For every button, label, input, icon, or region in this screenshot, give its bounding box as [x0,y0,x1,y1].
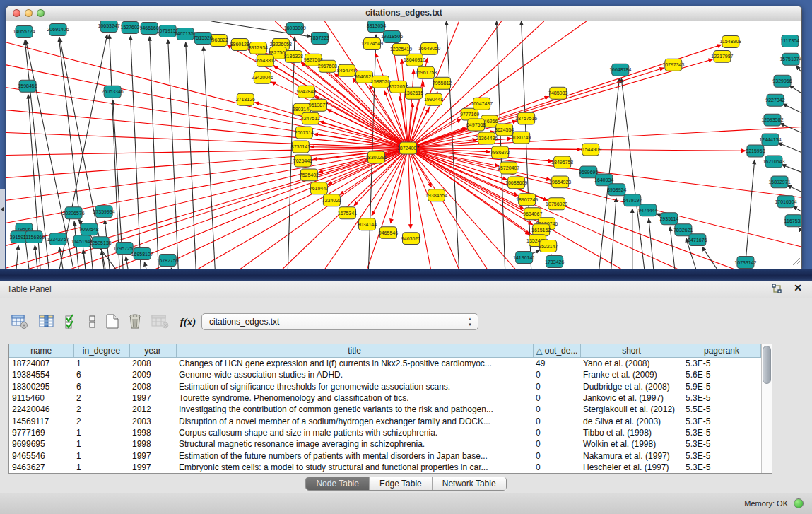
graph-node[interactable]: 6479197 [623,194,642,206]
column-header[interactable]: year [129,344,176,358]
graph-node[interactable]: 10733142 [734,257,756,269]
table-row[interactable]: 911546021997Tourette syndrome. Phenomeno… [9,392,760,404]
table-cell[interactable]: Hescheler et al. (1997) [580,462,683,473]
table-mode-icon[interactable] [10,312,28,332]
table-cell[interactable]: 1 [73,358,129,370]
network-canvas[interactable]: 1872400779638228860128891293423226058982… [6,21,801,269]
delete-columns-icon[interactable] [126,312,144,332]
graph-node[interactable]: 19654923 [549,176,571,188]
table-cell[interactable]: 2 [73,415,129,426]
table-cell[interactable]: 1 [73,427,129,438]
graph-node[interactable]: 16033809 [284,22,306,34]
graph-node[interactable]: 2067314 [295,127,314,139]
table-cell[interactable]: 0 [533,415,580,426]
graph-node[interactable]: 8912934 [249,42,268,54]
graph-node[interactable]: 12325419 [390,43,412,55]
graph-node[interactable]: 1675341 [338,207,357,219]
table-row[interactable]: 1938455462009Genome-wide association stu… [9,369,760,380]
graph-node[interactable]: 18495758 [551,156,573,168]
table-row[interactable]: 977716911998Corpus callosum shape and si… [9,427,760,438]
graph-node[interactable]: 15720407 [498,162,519,174]
graph-node[interactable]: 16649050 [418,42,440,54]
scrollbar-thumb[interactable] [763,346,771,384]
table-cell[interactable]: Wolkin et al. (1998) [580,438,683,450]
graph-node[interactable]: 7986372 [490,146,510,158]
table-cell[interactable]: 18300295 [9,381,73,392]
graph-node[interactable]: 16210643 [763,156,784,168]
table-cell[interactable]: 9463627 [9,462,73,473]
table-cell[interactable]: 5.6E-5 [683,369,760,380]
table-cell[interactable]: 5.3E-5 [683,392,760,404]
graph-node[interactable]: 9465546 [379,227,398,239]
tab-edge-table[interactable]: Edge Table [369,477,432,490]
graph-node[interactable]: 1527602 [121,21,140,33]
graph-node[interactable]: 10653247 [98,21,120,32]
table-cell[interactable]: Tibbo et al. (1998) [580,427,683,438]
graph-node[interactable]: 16961758 [415,66,437,78]
graph-node[interactable]: 12342757 [47,233,69,245]
table-cell[interactable]: 1997 [129,450,176,461]
graph-node[interactable]: 10797343 [662,59,684,71]
table-cell[interactable]: 0 [533,381,580,392]
graph-node[interactable]: 7955812 [433,77,452,89]
table-cell[interactable]: Dudbridge et al. (2008) [580,381,683,392]
table-cell[interactable]: 1 [73,438,129,450]
table-cell[interactable]: 6 [73,381,129,392]
table-cell[interactable]: 0 [533,404,580,415]
graph-node[interactable]: 16047437 [471,98,493,110]
graph-node[interactable]: 1990448 [424,93,443,105]
table-row[interactable]: 1872400712008Changes of HCN gene express… [9,358,760,370]
graph-node[interactable]: 8813054 [367,21,386,32]
table-row[interactable]: 2242004622012Investigating the contribut… [9,404,760,415]
graph-node[interactable]: 7857223 [310,32,329,44]
table-cell[interactable]: Nakamura et al. (1997) [580,450,683,461]
table-cell[interactable]: 2 [73,404,129,415]
graph-node[interactable]: 1615152 [531,224,551,236]
graph-node[interactable]: 1167533 [784,215,801,227]
table-cell[interactable]: Corpus callosum shape and size in male p… [176,427,533,438]
table-cell[interactable]: 9465546 [9,450,73,461]
graph-node[interactable]: 9777169 [460,108,479,120]
table-cell[interactable]: 0 [533,450,580,461]
graph-node[interactable]: 12217987 [711,50,733,62]
graph-node[interactable]: 8860128 [230,38,249,50]
table-scrollbar[interactable] [761,344,772,473]
table-selector-dropdown[interactable]: citations_edges.txt ▲▼ [201,313,478,330]
select-all-columns-icon[interactable] [63,312,81,332]
table-row[interactable]: 969969511998Structural magnetic resonanc… [9,438,760,450]
memory-status-indicator[interactable] [794,498,804,508]
table-cell[interactable]: 5.5E-5 [683,404,760,415]
table-cell[interactable]: Yano et al. (2008) [580,358,683,370]
graph-node[interactable]: 2522147 [539,240,558,252]
table-cell[interactable]: 6 [73,369,129,380]
table-cell[interactable]: 2009 [129,369,176,380]
column-header[interactable]: short [580,344,683,358]
table-cell[interactable]: 1997 [129,462,176,473]
graph-node[interactable]: 1588520 [371,76,390,88]
table-cell[interactable]: 2003 [129,415,176,426]
table-cell[interactable]: 2008 [129,381,176,392]
column-header[interactable]: in_degree [73,344,129,358]
graph-node[interactable]: 7619447 [310,182,329,194]
graph-node[interactable]: 10688609 [505,177,527,189]
graph-node[interactable]: 18724007 [397,142,419,154]
table-cell[interactable]: Jankovic et al. (1997) [580,392,683,404]
graph-node[interactable]: 10756928 [546,198,567,210]
table-cell[interactable]: Estimation of the future numbers of pati… [176,450,533,461]
panel-divider[interactable] [0,189,5,269]
graph-node[interactable]: 16958107 [131,248,153,260]
graph-node[interactable]: 26053346 [102,86,124,98]
table-cell[interactable]: Stergiakouli et al. (2012) [580,404,683,415]
graph-node[interactable]: 9227342 [765,94,784,106]
column-header[interactable]: name [9,344,73,358]
table-row[interactable]: 946362711997Embryonic stem cells: a mode… [9,462,760,473]
graph-node[interactable]: 15751074 [779,53,801,65]
graph-node[interactable]: 11548908 [720,35,742,47]
graph-node[interactable]: 8958924 [607,184,626,196]
table-cell[interactable]: Changes of HCN gene expression and I(f) … [176,358,533,370]
graph-node[interactable]: 6497568 [466,119,486,131]
table-cell[interactable]: 0 [533,462,580,473]
graph-node[interactable]: 16543812 [254,54,276,66]
graph-node[interactable]: 15892971 [768,176,790,188]
graph-node[interactable]: 18300295 [365,151,387,163]
